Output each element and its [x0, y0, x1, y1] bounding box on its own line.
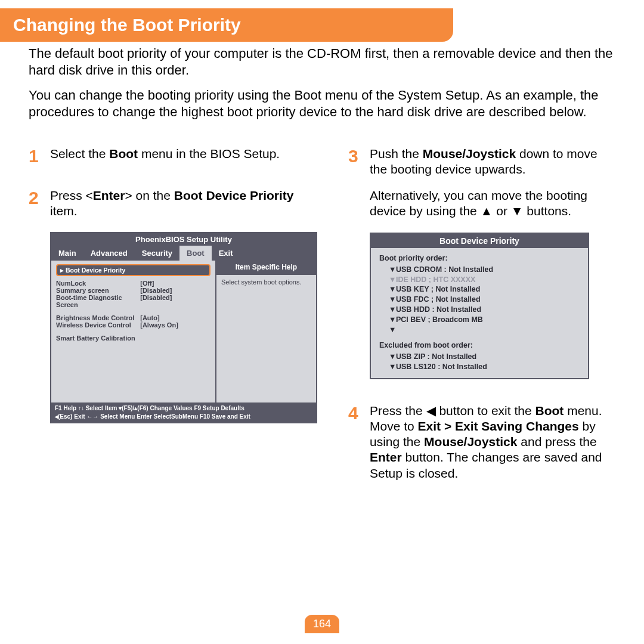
bios-left-pane: ▸ Boot Device Priority NumLock[Off] Summ… [51, 261, 216, 402]
bios-tab-advanced: Advanced [83, 246, 135, 261]
intro-p1: The default boot priority of your comput… [29, 45, 615, 79]
step-text: Press <Enter> on the Boot Device Priorit… [50, 188, 317, 219]
page-number: 164 [305, 615, 339, 633]
bios-tabs: Main Advanced Security Boot Exit [51, 246, 316, 261]
prio-item: ▼PCI BEV ; Broadcom MB [389, 315, 580, 325]
prio-header-excluded: Excluded from boot order: [379, 341, 580, 349]
bios-help-title: Item Specific Help [216, 261, 316, 275]
prio-excluded-item: ▼USB LS120 : Not Installed [389, 362, 580, 372]
bios-screenshot: PhoenixBIOS Setup Utility Main Advanced … [50, 232, 317, 423]
bios-title: PhoenixBIOS Setup Utility [51, 233, 316, 246]
bios-footer: F1 Help ↑↓ Select Item ▾(F5)/▴(F6) Chang… [51, 402, 316, 422]
prio-excluded-item: ▼USB ZIP : Not Installed [389, 352, 580, 362]
boot-priority-screenshot: Boot Device Priority Boot priority order… [370, 233, 589, 379]
prio-title: Boot Device Priority [371, 234, 588, 248]
bios-tab-main: Main [51, 246, 83, 261]
left-column: 1 Select the Boot menu in the BIOS Setup… [29, 146, 317, 494]
step-1: 1 Select the Boot menu in the BIOS Setup… [29, 146, 317, 165]
prio-item: ▼USB KEY ; Not Installed [389, 284, 580, 295]
prio-item: ▼USB FDC ; Not Installed [389, 295, 580, 305]
prio-item: ▼USB CDROM : Not Installed [389, 265, 580, 275]
step-text: Push the Mouse/Joystick down to move the… [370, 146, 615, 219]
step-number: 4 [348, 403, 370, 481]
prio-header-included: Boot priority order: [379, 254, 580, 262]
prio-item: ▼USB HDD : Not Installed [389, 305, 580, 315]
prio-item: ▼ [389, 325, 580, 335]
step-text: Press the ◀ button to exit the Boot menu… [370, 403, 615, 481]
intro-block: The default boot priority of your comput… [0, 42, 644, 121]
right-column: 3 Push the Mouse/Joystick down to move t… [348, 146, 615, 494]
step-3: 3 Push the Mouse/Joystick down to move t… [348, 146, 615, 219]
step-number: 1 [29, 146, 50, 165]
bios-help-body: Select system boot options. [216, 275, 316, 289]
step-2: 2 Press <Enter> on the Boot Device Prior… [29, 188, 317, 219]
bios-tab-boot: Boot [179, 246, 212, 261]
bios-help-pane: Item Specific Help Select system boot op… [216, 261, 316, 402]
step-number: 2 [29, 188, 50, 219]
step-4: 4 Press the ◀ button to exit the Boot me… [348, 403, 615, 481]
step-number: 3 [348, 146, 370, 219]
page-title: Changing the Boot Priority [0, 8, 453, 42]
bios-tab-security: Security [135, 246, 179, 261]
prio-item-selected: ▼IDE HDD ; HTC XXXXX [389, 275, 580, 285]
intro-p2: You can change the booting priority usin… [29, 87, 615, 120]
step-text: Select the Boot menu in the BIOS Setup. [50, 146, 280, 165]
bios-tab-exit: Exit [212, 246, 240, 261]
bios-selected-item: ▸ Boot Device Priority [56, 264, 210, 276]
